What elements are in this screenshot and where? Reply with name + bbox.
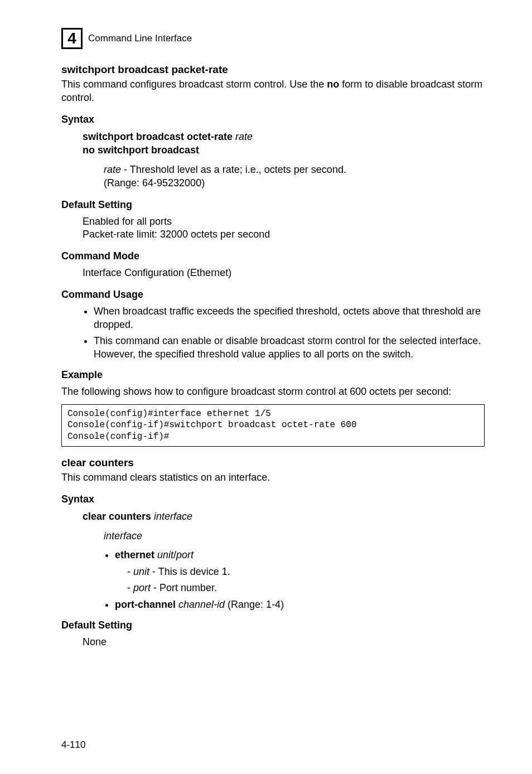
ethernet-bold: ethernet [115, 549, 157, 560]
syntax-line2-cmd: no switchport broadcast [83, 144, 199, 156]
interface-label: interface [104, 530, 485, 543]
clear-syntax-heading: Syntax [61, 494, 485, 505]
header-title: Command Line Interface [88, 33, 192, 44]
clear-syntax-arg: interface [154, 511, 192, 522]
clear-syntax-line: clear counters interface [83, 510, 485, 523]
syntax-line1-arg: rate [235, 131, 253, 142]
port-desc: - Port number. [151, 582, 217, 593]
example-text: The following shows how to configure bro… [61, 385, 485, 399]
ethernet-item: ethernet unit/port [115, 549, 485, 562]
rate-text: - Threshold level as a rate; i.e., octet… [121, 164, 346, 175]
chapter-icon: 4 [61, 28, 83, 49]
ethernet-port: port [176, 549, 194, 560]
page-number: 4-110 [61, 739, 85, 751]
ethernet-sublist: unit - This is device 1. port - Port num… [127, 565, 485, 596]
clear-default-text: None [83, 636, 485, 649]
portchannel-item: port-channel channel-id (Range: 1-4) [115, 598, 485, 612]
ethernet-unit: unit [157, 549, 173, 560]
default-l1: Enabled for all ports [83, 216, 172, 227]
unit-item: unit - This is device 1. [127, 565, 485, 579]
page-header: 4 Command Line Interface [61, 28, 485, 49]
pc-range: (Range: 1-4) [225, 599, 284, 610]
mode-text: Interface Configuration (Ethernet) [83, 267, 485, 280]
intro-pre: This command configures broadcast storm … [61, 79, 327, 90]
unit-desc: - This is device 1. [149, 566, 230, 577]
clear-intro: This command clears statistics on an int… [61, 471, 485, 485]
syntax-heading: Syntax [61, 114, 485, 125]
portchannel-list: port-channel channel-id (Range: 1-4) [115, 598, 485, 612]
default-heading: Default Setting [61, 199, 485, 211]
rate-desc: rate - Threshold level as a rate; i.e., … [104, 163, 485, 190]
unit-label: unit [133, 566, 149, 577]
usage-heading: Command Usage [61, 289, 485, 301]
port-label: port [133, 582, 151, 593]
pc-bold: port-channel [115, 599, 178, 610]
interface-list: ethernet unit/port [115, 549, 485, 562]
clear-syntax-cmd: clear counters [83, 511, 154, 522]
default-l2: Packet-rate limit: 32000 octets per seco… [83, 229, 270, 240]
default-block: Enabled for all ports Packet-rate limit:… [83, 215, 485, 242]
pc-ital: channel-id [178, 599, 225, 610]
rate-range: (Range: 64-95232000) [104, 177, 205, 188]
section-intro: This command configures broadcast storm … [61, 78, 485, 105]
usage-item: When broadcast traffic exceeds the speci… [94, 305, 485, 332]
code-block: Console(config)#interface ethernet 1/5 C… [61, 404, 485, 447]
syntax-lines: switchport broadcast octet-rate rate no … [83, 130, 485, 157]
section-title-clear: clear counters [61, 457, 485, 469]
mode-heading: Command Mode [61, 250, 485, 262]
usage-item: This command can enable or disable broad… [94, 335, 485, 361]
rate-label: rate [104, 164, 121, 175]
intro-bold: no [327, 79, 339, 90]
port-item: port - Port number. [127, 582, 485, 595]
section-title-switchport: switchport broadcast packet-rate [61, 64, 485, 76]
usage-list: When broadcast traffic exceeds the speci… [94, 305, 485, 361]
clear-default-heading: Default Setting [61, 620, 485, 631]
example-heading: Example [61, 369, 485, 381]
syntax-line1-cmd: switchport broadcast octet-rate [83, 131, 235, 142]
